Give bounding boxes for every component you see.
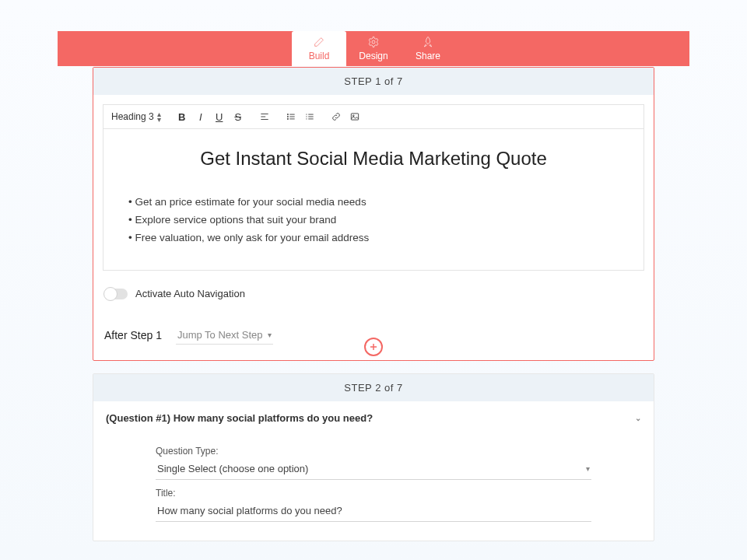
heading-select-label: Heading 3 [111, 111, 154, 122]
top-toolbar: Build Design Share [58, 31, 689, 66]
align-button[interactable] [256, 108, 273, 125]
svg-point-3 [287, 118, 288, 119]
chevron-down-icon: ▾ [586, 464, 590, 473]
list-ol-button[interactable] [301, 108, 318, 125]
link-button[interactable] [328, 108, 345, 125]
image-button[interactable] [346, 108, 363, 125]
bullet-item: Get an price estimate for your social me… [128, 193, 628, 211]
auto-nav-row: Activate Auto Navigation [104, 288, 643, 299]
chevron-down-icon: ▾ [268, 331, 272, 339]
step1-header: STEP 1 of 7 [93, 68, 654, 95]
question-accordion-header[interactable]: (Question #1) How many social platforms … [93, 401, 654, 435]
after-step-label: After Step 1 [104, 329, 162, 341]
question-title-label: Title: [156, 488, 591, 499]
bold-button[interactable]: B [174, 108, 191, 125]
editor-toolbar: Heading 3 ▴▾ B I U S [103, 105, 644, 129]
tab-design[interactable]: Design [346, 31, 401, 66]
svg-point-0 [372, 40, 375, 44]
chevron-down-icon: ⌄ [635, 414, 641, 422]
tab-label: Design [359, 51, 388, 61]
underline-button[interactable]: U [211, 108, 228, 125]
pencil-icon [313, 36, 325, 48]
svg-rect-4 [351, 114, 358, 120]
plus-icon [368, 341, 379, 352]
align-icon [259, 111, 270, 122]
svg-point-2 [287, 116, 288, 117]
question-type-value: Single Select (choose one option) [157, 463, 308, 474]
question-title: (Question #1) How many social platforms … [106, 412, 373, 424]
step1-panel: STEP 1 of 7 Heading 3 ▴▾ B I U S [93, 67, 654, 361]
jump-select-label: Jump To Next Step [177, 329, 263, 341]
step2-header: STEP 2 of 7 [93, 374, 654, 401]
tab-label: Share [416, 51, 440, 61]
bullet-item: Free valuation, we only ask for your ema… [128, 229, 628, 247]
list-ul-button[interactable] [282, 108, 300, 125]
strike-button[interactable]: S [230, 108, 247, 125]
heading-select[interactable]: Heading 3 ▴▾ [108, 110, 164, 124]
question-title-value: How many social platforms do you need? [157, 505, 342, 516]
image-icon [349, 111, 360, 122]
content-bullets: Get an price estimate for your social me… [119, 193, 628, 247]
question-body: Question Type: Single Select (choose one… [93, 435, 654, 541]
rich-text-editor: Heading 3 ▴▾ B I U S [103, 104, 644, 271]
mode-tabs: Build Design Share [292, 31, 455, 66]
step2-panel: STEP 2 of 7 (Question #1) How many socia… [93, 373, 654, 541]
editor-content[interactable]: Get Instant Social Media Marketing Quote… [103, 129, 644, 270]
list-ul-icon [286, 111, 296, 122]
jump-select[interactable]: Jump To Next Step ▾ [176, 326, 273, 345]
link-icon [331, 111, 342, 122]
svg-point-1 [287, 114, 288, 115]
bullet-item: Explore service options that suit your b… [128, 211, 628, 229]
tab-label: Build [309, 51, 330, 61]
tab-build[interactable]: Build [292, 31, 346, 66]
question-type-select[interactable]: Single Select (choose one option) ▾ [156, 458, 591, 480]
updown-icon: ▴▾ [157, 111, 161, 122]
auto-nav-toggle[interactable] [104, 289, 128, 299]
add-step-button[interactable] [364, 338, 383, 356]
content-headline: Get Instant Social Media Marketing Quote [119, 148, 628, 170]
italic-button[interactable]: I [192, 108, 209, 125]
rocket-icon [422, 36, 434, 48]
gear-icon [367, 36, 380, 48]
question-title-input[interactable]: How many social platforms do you need? [156, 500, 591, 522]
auto-nav-label: Activate Auto Navigation [135, 288, 245, 299]
tab-share[interactable]: Share [401, 31, 455, 66]
question-type-label: Question Type: [156, 446, 591, 457]
list-ol-icon [304, 111, 315, 122]
